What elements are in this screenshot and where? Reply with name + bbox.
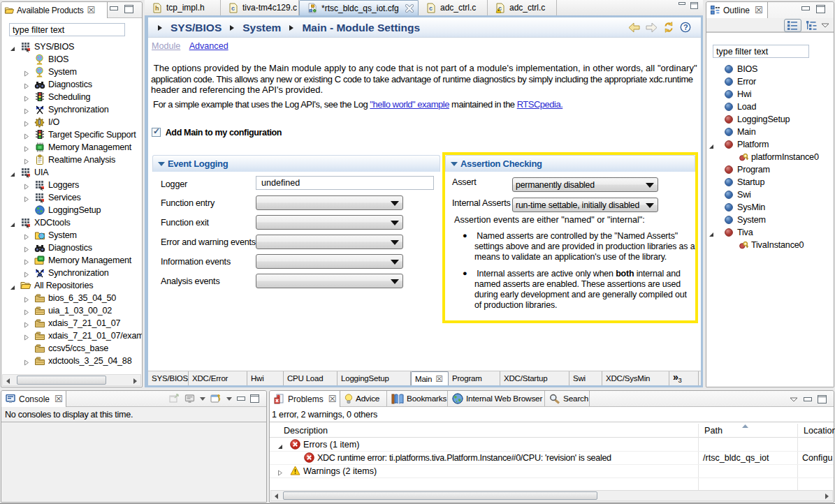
svg-text:h: h bbox=[155, 5, 159, 12]
svg-text:?: ? bbox=[683, 23, 688, 31]
svg-text:c: c bbox=[231, 5, 235, 12]
svg-text:c: c bbox=[429, 5, 433, 12]
